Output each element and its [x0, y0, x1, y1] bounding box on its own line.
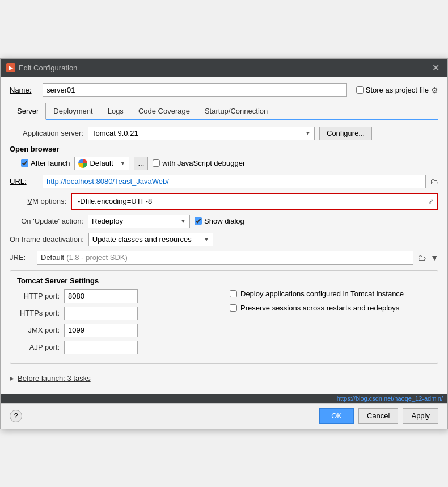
- jmx-port-input[interactable]: [64, 324, 138, 337]
- after-launch-check-label: After launch: [21, 159, 70, 167]
- after-launch-label: After launch: [31, 159, 70, 167]
- vm-options-container: VM options: ⤢: [10, 193, 438, 210]
- footer-right: OK Cancel Apply: [319, 408, 438, 424]
- dialog-title: Edit Configuration: [19, 64, 77, 72]
- close-button[interactable]: ✕: [430, 62, 442, 73]
- preserve-sessions-checkbox[interactable]: [230, 304, 237, 312]
- open-browser-label: Open browser: [10, 145, 438, 153]
- vm-options-box: ⤢: [71, 193, 438, 210]
- show-dialog-text: Show dialog: [204, 217, 244, 225]
- jre-sdk-text: (1.8 - project SDK): [66, 253, 128, 262]
- on-update-dropdown[interactable]: Redeploy ▼: [88, 215, 190, 228]
- triangle-icon: ▶: [10, 375, 14, 381]
- on-frame-row: On frame deactivation: Update classes an…: [10, 233, 438, 246]
- more-browsers-button[interactable]: ...: [134, 157, 148, 170]
- jre-label: JRE:: [10, 253, 32, 262]
- app-server-row: Application server: Tomcat 9.0.21 ▼ Conf…: [10, 127, 438, 140]
- url-label: URL:: [10, 177, 38, 186]
- tomcat-grid: HTTP port: HTTPs port: JMX port: AJP por…: [17, 289, 431, 358]
- show-dialog-label: Show dialog: [195, 217, 244, 225]
- store-label: Store as project file: [366, 86, 429, 94]
- app-server-dropdown[interactable]: Tomcat 9.0.21 ▼: [88, 127, 315, 140]
- cancel-button[interactable]: Cancel: [358, 408, 398, 424]
- url-row: URL: 🗁: [10, 175, 438, 188]
- edit-configuration-dialog: ▶ Edit Configuration ✕ Name: Store as pr…: [0, 58, 448, 429]
- configure-button[interactable]: Configure...: [319, 127, 372, 140]
- http-port-label: HTTP port:: [17, 292, 60, 300]
- app-server-label: Application server:: [10, 129, 83, 137]
- store-row: Store as project file ⚙: [356, 86, 438, 95]
- https-port-row: HTTPs port:: [17, 307, 218, 320]
- gear-icon[interactable]: ⚙: [431, 86, 438, 95]
- status-url: https://blog.csdn.net/haoqe_12-admin/: [337, 395, 443, 402]
- js-debugger-checkbox[interactable]: [153, 159, 160, 167]
- store-as-file-checkbox[interactable]: [356, 86, 364, 94]
- vm-options-input[interactable]: [74, 195, 427, 208]
- on-update-row: On 'Update' action: Redeploy ▼ Show dial…: [10, 215, 438, 228]
- browser-dropdown[interactable]: Default ▼: [74, 157, 129, 170]
- tomcat-settings-section: Tomcat Server Settings HTTP port: HTTPs …: [10, 270, 438, 364]
- tab-logs[interactable]: Logs: [100, 103, 131, 120]
- title-bar: ▶ Edit Configuration ✕: [1, 59, 447, 77]
- tomcat-settings-title: Tomcat Server Settings: [17, 276, 431, 285]
- open-browser-section: Open browser After launch Default ▼ ... …: [10, 145, 438, 170]
- https-port-label: HTTPs port:: [17, 309, 60, 317]
- tab-deployment[interactable]: Deployment: [46, 103, 100, 120]
- deploy-tomcat-checkbox[interactable]: [230, 290, 237, 297]
- ajp-port-row: AJP port:: [17, 341, 218, 354]
- tab-server[interactable]: Server: [10, 103, 46, 120]
- after-launch-checkbox[interactable]: [21, 159, 28, 167]
- jmx-port-label: JMX port:: [17, 326, 60, 334]
- on-frame-arrow-icon: ▼: [204, 236, 209, 242]
- deploy-tomcat-label: Deploy applications configured in Tomcat…: [240, 289, 404, 298]
- vm-options-label: VM options:: [10, 197, 66, 205]
- apply-button[interactable]: Apply: [403, 408, 438, 424]
- https-port-input[interactable]: [64, 307, 138, 320]
- preserve-sessions-row: Preserve sessions across restarts and re…: [230, 304, 431, 312]
- app-server-value: Tomcat 9.0.21: [92, 129, 138, 137]
- url-folder-button[interactable]: 🗁: [430, 177, 438, 186]
- on-update-arrow-icon: ▼: [180, 218, 186, 224]
- show-dialog-checkbox[interactable]: [195, 217, 202, 225]
- dialog-footer: ? OK Cancel Apply: [1, 403, 447, 429]
- tab-startup-connection[interactable]: Startup/Connection: [197, 103, 275, 120]
- before-launch-section[interactable]: ▶ Before launch: 3 tasks: [10, 370, 438, 387]
- on-update-label: On 'Update' action:: [10, 217, 83, 225]
- name-label: Name:: [10, 86, 38, 94]
- ajp-port-label: AJP port:: [17, 343, 60, 351]
- on-frame-dropdown[interactable]: Update classes and resources ▼: [88, 233, 213, 246]
- dropdown-arrow-icon: ▼: [305, 130, 311, 136]
- name-input[interactable]: [43, 83, 347, 97]
- before-launch-label: Before launch: 3 tasks: [18, 374, 91, 383]
- jmx-port-row: JMX port:: [17, 324, 218, 337]
- title-bar-left: ▶ Edit Configuration: [6, 63, 77, 72]
- jre-folder-button[interactable]: 🗁: [418, 253, 426, 262]
- js-debugger-label: with JavaScript debugger: [162, 159, 245, 167]
- ajp-port-input[interactable]: [64, 341, 138, 354]
- deploy-tomcat-row: Deploy applications configured in Tomcat…: [230, 289, 431, 298]
- browser-row: After launch Default ▼ ... with JavaScri…: [21, 157, 438, 170]
- footer-left: ?: [10, 410, 22, 422]
- status-bar: https://blog.csdn.net/haoqe_12-admin/: [1, 394, 447, 403]
- jre-default-text: Default: [41, 253, 64, 262]
- http-port-input[interactable]: [64, 289, 138, 303]
- deploy-column: Deploy applications configured in Tomcat…: [230, 289, 431, 358]
- browser-value: Default: [90, 159, 113, 167]
- ok-button[interactable]: OK: [319, 408, 354, 424]
- js-debugger-check-label: with JavaScript debugger: [153, 159, 245, 167]
- vm-expand-button[interactable]: ⤢: [427, 196, 435, 207]
- on-frame-value: Update classes and resources: [92, 235, 192, 244]
- jre-dropdown-button[interactable]: ▼: [430, 253, 438, 262]
- jre-dropdown[interactable]: Default (1.8 - project SDK): [37, 251, 413, 265]
- on-frame-label: On frame deactivation:: [10, 235, 84, 244]
- before-launch-text: Before launch: 3 tasks: [18, 374, 91, 383]
- url-input[interactable]: [43, 175, 426, 188]
- tab-code-coverage[interactable]: Code Coverage: [131, 103, 197, 120]
- vm-underline: V: [27, 197, 32, 205]
- ports-column: HTTP port: HTTPs port: JMX port: AJP por…: [17, 289, 218, 358]
- help-button[interactable]: ?: [10, 410, 22, 422]
- chrome-icon: [78, 159, 87, 168]
- app-icon: ▶: [6, 63, 15, 72]
- name-row: Name: Store as project file ⚙: [10, 83, 438, 97]
- on-update-value: Redeploy: [92, 217, 123, 225]
